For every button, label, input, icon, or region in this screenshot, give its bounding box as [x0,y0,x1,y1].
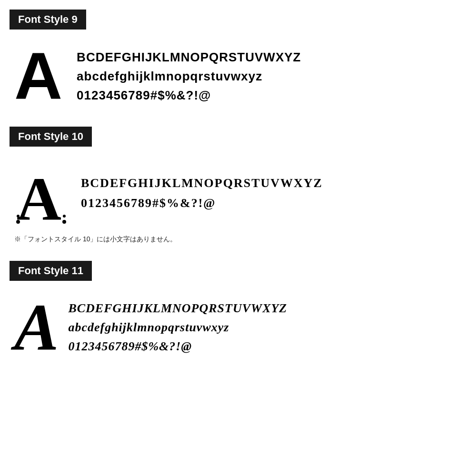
font-style-10-big-letter: A [14,160,67,227]
font-style-9-chars: BCDEFGHIJKLMNOPQRSTUVWXYZ abcdefghijklmn… [77,48,301,105]
svg-text:A: A [17,164,61,227]
font-style-11-line-3: 0123456789#$%&?!@ [68,337,287,356]
font-style-11-section: Font Style 11 A BCDEFGHIJKLMNOPQRSTUVWXY… [10,261,466,370]
svg-point-3 [62,220,66,224]
font-style-11-line-1: BCDEFGHIJKLMNOPQRSTUVWXYZ [68,299,287,318]
font-style-9-line-2: abcdefghijklmnopqrstuvwxyz [77,67,301,86]
svg-point-1 [16,220,20,224]
font-style-10-preview: A BCDEFGHIJKLMNOPQRSTUVWXYZ 0123456789#$… [10,155,466,231]
page-container: Font Style 9 A BCDEFGHIJKLMNOPQRSTUVWXYZ… [0,0,476,476]
font-style-11-line-2: abcdefghijklmnopqrstuvwxyz [68,318,287,337]
font-style-10-chars: BCDEFGHIJKLMNOPQRSTUVWXYZ 0123456789#$%&… [81,173,323,213]
divider-2 [10,258,466,258]
font-style-10-line-2: 0123456789#$%&?!@ [81,193,323,213]
font-style-9-preview: A BCDEFGHIJKLMNOPQRSTUVWXYZ abcdefghijkl… [10,38,466,119]
font-style-11-preview: A BCDEFGHIJKLMNOPQRSTUVWXYZ abcdefghijkl… [10,289,466,370]
font-style-11-big-letter: A [14,294,59,361]
font-style-9-header: Font Style 9 [10,10,86,30]
font-style-10-header: Font Style 10 [10,127,92,147]
divider-1 [10,124,466,124]
font-style-10-line-1: BCDEFGHIJKLMNOPQRSTUVWXYZ [81,173,323,193]
font-style-9-line-1: BCDEFGHIJKLMNOPQRSTUVWXYZ [77,48,301,67]
font-style-10-section: Font Style 10 A BCDEFGHIJKLMNOPQRSTUVWXY… [10,127,466,253]
font-style-11-header: Font Style 11 [10,261,92,281]
svg-point-4 [63,215,66,218]
font-style-10-note: ※「フォントスタイル 10」には小文字はありません。 [10,231,466,253]
svg-point-2 [17,215,20,218]
font-style-9-line-3: 0123456789#$%&?!@ [77,86,301,105]
font-style-9-big-letter: A [14,43,62,109]
font-style-9-section: Font Style 9 A BCDEFGHIJKLMNOPQRSTUVWXYZ… [10,10,466,119]
font-style-11-chars: BCDEFGHIJKLMNOPQRSTUVWXYZ abcdefghijklmn… [68,299,287,357]
